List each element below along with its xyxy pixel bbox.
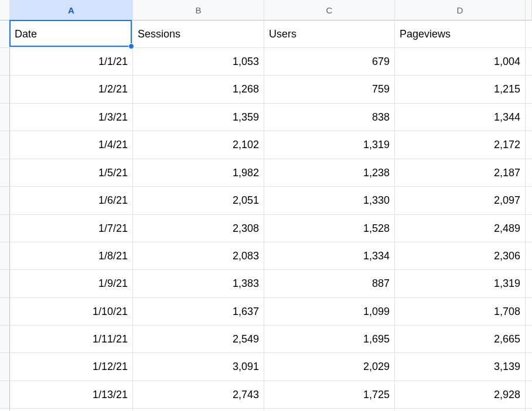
cell-sessions[interactable]: 1,053 [133, 48, 264, 76]
cell-empty[interactable] [526, 159, 532, 187]
cell-empty[interactable] [526, 326, 532, 353]
cell-header-sessions[interactable]: Sessions [133, 20, 264, 48]
row-header-15[interactable] [0, 409, 10, 411]
cell-users[interactable]: 887 [264, 270, 395, 298]
cell-sessions[interactable]: 1,359 [133, 104, 264, 131]
cell-users[interactable]: 1,334 [264, 242, 395, 270]
table-row: 1/10/211,6371,0991,708 [10, 298, 532, 326]
cell-empty[interactable] [133, 409, 264, 411]
row-header-11[interactable] [0, 298, 10, 326]
cell-pageviews[interactable]: 2,489 [395, 215, 526, 242]
cell-pageviews[interactable]: 2,665 [395, 326, 526, 353]
cell-empty[interactable] [526, 131, 532, 159]
cell-users[interactable]: 1,238 [264, 159, 395, 187]
select-all-corner[interactable] [0, 0, 10, 20]
row-header-9[interactable] [0, 242, 10, 270]
cell-empty[interactable] [526, 409, 532, 411]
cell-users[interactable]: 679 [264, 48, 395, 76]
cell-pageviews[interactable]: 3,139 [395, 353, 526, 381]
cell-sessions[interactable]: 2,743 [133, 381, 264, 409]
cell-sessions[interactable]: 2,308 [133, 215, 264, 242]
cell-users[interactable]: 838 [264, 104, 395, 131]
cell-empty[interactable] [395, 409, 526, 411]
cell-date[interactable]: 1/6/21 [10, 187, 133, 215]
cell-empty[interactable] [526, 270, 532, 298]
table-row: 1/13/212,7431,7252,928 [10, 381, 532, 409]
cell-users[interactable]: 1,319 [264, 131, 395, 159]
cell-empty[interactable] [526, 298, 532, 326]
cell-sessions[interactable]: 2,102 [133, 131, 264, 159]
cell-empty[interactable] [526, 48, 532, 76]
cell-sessions[interactable]: 2,083 [133, 242, 264, 270]
cell-pageviews[interactable]: 2,306 [395, 242, 526, 270]
column-header-extra[interactable] [526, 0, 532, 20]
row-header-4[interactable] [0, 104, 10, 131]
cell-pageviews[interactable]: 2,928 [395, 381, 526, 409]
cell-date[interactable]: 1/7/21 [10, 215, 133, 242]
row-header-5[interactable] [0, 131, 10, 159]
cell-pageviews[interactable]: 2,097 [395, 187, 526, 215]
cell-empty[interactable] [526, 353, 532, 381]
row-header-1[interactable] [0, 20, 10, 48]
cell-date[interactable]: 1/11/21 [10, 326, 133, 353]
cell-date[interactable]: 1/12/21 [10, 353, 133, 381]
row-header-6[interactable] [0, 159, 10, 187]
cell-empty[interactable] [526, 76, 532, 104]
cell-empty[interactable] [526, 215, 532, 242]
column-header-A[interactable]: A [10, 0, 133, 20]
cell-pageviews[interactable]: 1,215 [395, 76, 526, 104]
cell-pageviews[interactable]: 1,004 [395, 48, 526, 76]
cell-sessions[interactable]: 1,982 [133, 159, 264, 187]
cell-empty[interactable] [526, 20, 532, 48]
cell-pageviews[interactable]: 1,708 [395, 298, 526, 326]
cell-users[interactable]: 1,695 [264, 326, 395, 353]
cell-sessions[interactable]: 3,091 [133, 353, 264, 381]
cell-date[interactable]: 1/10/21 [10, 298, 133, 326]
fill-handle[interactable] [128, 43, 134, 49]
cell-empty[interactable] [526, 381, 532, 409]
cell-pageviews[interactable]: 2,172 [395, 131, 526, 159]
cell-pageviews[interactable]: 1,319 [395, 270, 526, 298]
row-header-13[interactable] [0, 353, 10, 381]
cell-date[interactable]: 1/1/21 [10, 48, 133, 76]
row-header-7[interactable] [0, 187, 10, 215]
cell-header-pageviews[interactable]: Pageviews [395, 20, 526, 48]
cell-users[interactable]: 1,099 [264, 298, 395, 326]
cell-users[interactable]: 759 [264, 76, 395, 104]
cell-date[interactable]: 1/9/21 [10, 270, 133, 298]
row-header-14[interactable] [0, 381, 10, 409]
table-row: 1/7/212,3081,5282,489 [10, 215, 532, 242]
row-header-3[interactable] [0, 76, 10, 104]
column-header-D[interactable]: D [395, 0, 526, 20]
row-header-10[interactable] [0, 270, 10, 298]
cell-users[interactable]: 2,029 [264, 353, 395, 381]
cell-date[interactable]: 1/4/21 [10, 131, 133, 159]
cell-users[interactable]: 1,528 [264, 215, 395, 242]
cell-empty[interactable] [526, 104, 532, 131]
row-header-2[interactable] [0, 48, 10, 76]
cell-date[interactable]: 1/8/21 [10, 242, 133, 270]
row-header-12[interactable] [0, 326, 10, 353]
cell-empty[interactable] [526, 242, 532, 270]
cell-sessions[interactable]: 1,268 [133, 76, 264, 104]
cell-empty[interactable] [10, 409, 133, 411]
cell-date[interactable]: 1/13/21 [10, 381, 133, 409]
cell-date[interactable]: 1/2/21 [10, 76, 133, 104]
column-header-B[interactable]: B [133, 0, 264, 20]
cell-sessions[interactable]: 2,549 [133, 326, 264, 353]
cell-date[interactable]: 1/3/21 [10, 104, 133, 131]
cell-users[interactable]: 1,725 [264, 381, 395, 409]
cell-pageviews[interactable]: 1,344 [395, 104, 526, 131]
cell-users[interactable]: 1,330 [264, 187, 395, 215]
cell-date[interactable]: 1/5/21 [10, 159, 133, 187]
row-header-8[interactable] [0, 215, 10, 242]
cell-sessions[interactable]: 2,051 [133, 187, 264, 215]
cell-sessions[interactable]: 1,637 [133, 298, 264, 326]
cell-header-date[interactable]: Date [10, 20, 133, 48]
cell-header-users[interactable]: Users [264, 20, 395, 48]
column-header-C[interactable]: C [264, 0, 395, 20]
cell-empty[interactable] [526, 187, 532, 215]
cell-sessions[interactable]: 1,383 [133, 270, 264, 298]
cell-empty[interactable] [264, 409, 395, 411]
cell-pageviews[interactable]: 2,187 [395, 159, 526, 187]
